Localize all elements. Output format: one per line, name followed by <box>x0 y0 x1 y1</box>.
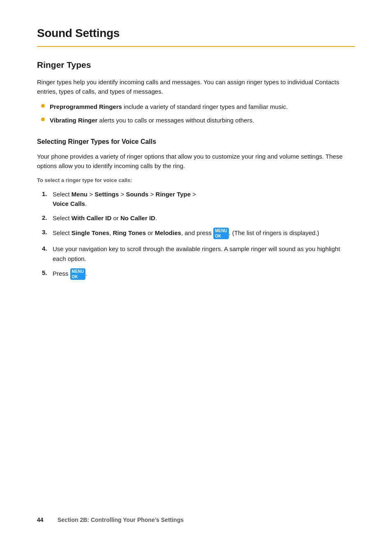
step1-menu: Menu <box>71 191 88 198</box>
step1-voice-calls: Voice Calls <box>53 200 85 207</box>
step3-melodies: Melodies <box>155 229 181 236</box>
page-title: Sound Settings <box>37 25 355 42</box>
bullet-dot-vibrating <box>41 118 45 121</box>
step1-sounds: Sounds <box>126 191 148 198</box>
menu-ok-button-step5: MENUOK <box>70 268 85 280</box>
ringer-types-heading: Ringer Types <box>37 58 355 72</box>
preprogrammed-bold: Preprogrammed Ringers <box>50 103 122 110</box>
step3-ring-tones: Ring Tones <box>113 229 146 236</box>
bullet-text-vibrating: Vibrating Ringer alerts you to calls or … <box>50 115 254 125</box>
page-footer: 44 Section 2B: Controlling Your Phone’s … <box>37 503 355 524</box>
step-text-1: Select Menu > Settings > Sounds > Ringer… <box>53 189 196 209</box>
selecting-ringer-body: Your phone provides a variety of ringer … <box>37 152 355 171</box>
step1-settings: Settings <box>95 191 119 198</box>
ringer-types-intro: Ringer types help you identify incoming … <box>37 77 355 97</box>
step-num-2: 2. <box>42 213 53 223</box>
step-text-5: Press MENUOK. <box>53 268 87 280</box>
step2-no-caller: No Caller ID <box>120 215 155 221</box>
footer-section-text: Section 2B: Controlling Your Phone’s Set… <box>58 516 184 524</box>
ringer-types-bullet-list: Preprogrammed Ringers include a variety … <box>37 102 355 129</box>
step-num-1: 1. <box>42 189 53 199</box>
step2-with-caller: With Caller ID <box>71 215 111 221</box>
step-text-3: Select Single Tones, Ring Tones or Melod… <box>53 228 319 239</box>
step-2: 2. Select With Caller ID or No Caller ID… <box>42 213 355 223</box>
step-3: 3. Select Single Tones, Ring Tones or Me… <box>42 228 355 239</box>
bullet-text-preprogrammed: Preprogrammed Ringers include a variety … <box>50 102 288 111</box>
step-1: 1. Select Menu > Settings > Sounds > Rin… <box>42 189 355 209</box>
bullet-item-preprogrammed: Preprogrammed Ringers include a variety … <box>37 102 355 111</box>
step-5: 5. Press MENUOK. <box>42 268 355 280</box>
step-text-2: Select With Caller ID or No Caller ID. <box>53 213 157 223</box>
step-4: 4. Use your navigation key to scroll thr… <box>42 244 355 263</box>
steps-list: 1. Select Menu > Settings > Sounds > Rin… <box>37 189 355 285</box>
step1-ringer-type: Ringer Type <box>156 191 191 198</box>
vibrating-bold: Vibrating Ringer <box>50 117 97 124</box>
bullet-dot-preprogrammed <box>41 104 45 108</box>
menu-ok-button-step3: MENUOK <box>213 228 228 239</box>
step-num-5: 5. <box>42 268 53 278</box>
step-num-3: 3. <box>42 228 53 237</box>
selecting-ringer-subheading: Selecting Ringer Types for Voice Calls <box>37 137 355 147</box>
step-num-4: 4. <box>42 244 53 254</box>
page-container: Sound Settings Ringer Types Ringer types… <box>0 0 392 549</box>
footer-page-number: 44 <box>37 516 58 524</box>
bullet-item-vibrating: Vibrating Ringer alerts you to calls or … <box>37 115 355 125</box>
title-divider <box>37 46 355 47</box>
step3-single-tones: Single Tones <box>71 229 109 236</box>
instruction-label: To select a ringer type for voice calls: <box>37 176 355 185</box>
step-text-4: Use your navigation key to scroll throug… <box>53 244 355 263</box>
